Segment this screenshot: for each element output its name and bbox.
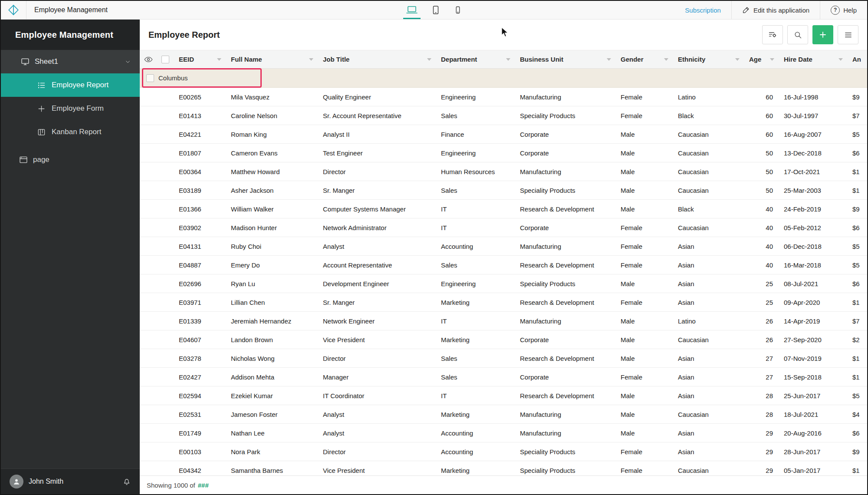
select-all-checkbox[interactable] xyxy=(157,50,174,68)
table-row[interactable]: E04221Roman KingAnalyst IIFinanceCorpora… xyxy=(140,125,867,144)
bell-icon[interactable] xyxy=(122,477,131,486)
cell-ethnicity: Black xyxy=(673,205,744,213)
cell-full-name: Landon Brown xyxy=(226,336,318,343)
sidebar-item-page[interactable]: page xyxy=(1,150,140,170)
search-button[interactable] xyxy=(787,25,808,44)
employee-form-label: Employee Form xyxy=(52,104,104,113)
cell-annual-salary: $1 xyxy=(847,373,867,381)
table-row[interactable]: E01413Caroline NelsonSr. Account Represe… xyxy=(140,106,867,125)
cell-business-unit: Research & Development xyxy=(515,355,615,362)
cell-full-name: Jeremiah Hernandez xyxy=(226,317,318,325)
avatar[interactable] xyxy=(10,475,23,488)
filter-settings-button[interactable] xyxy=(762,25,783,44)
column-header-department[interactable]: Department xyxy=(436,50,515,68)
cell-age: 40 xyxy=(744,205,779,213)
cell-job-title: Director xyxy=(318,168,436,175)
cell-business-unit: Research & Development xyxy=(515,261,615,269)
laptop-view-icon[interactable] xyxy=(406,1,418,19)
cell-ethnicity: Caucasian xyxy=(673,336,744,343)
cell-ethnicity: Caucasian xyxy=(673,411,744,418)
search-icon xyxy=(794,31,802,39)
cell-age: 27 xyxy=(744,355,779,362)
cell-business-unit: Research & Development xyxy=(515,299,615,306)
column-header-hire-date[interactable]: Hire Date xyxy=(779,50,847,68)
group-row-columbus[interactable]: Columbus xyxy=(140,69,867,88)
table-row[interactable]: E00265Mila VasquezQuality EngineerEngine… xyxy=(140,88,867,106)
table-row[interactable]: E03278Nicholas WongDirectorSalesResearch… xyxy=(140,349,867,368)
cell-eeid: E04131 xyxy=(174,243,226,250)
cell-eeid: E01413 xyxy=(174,112,226,119)
group-checkbox[interactable] xyxy=(146,74,154,82)
subscription-link[interactable]: Subscription xyxy=(674,1,731,19)
menu-button[interactable] xyxy=(838,25,858,44)
column-header-annual-salary[interactable]: An xyxy=(847,50,867,68)
table-row[interactable]: E01366William WalkerComputer Systems Man… xyxy=(140,200,867,218)
column-header-ethnicity[interactable]: Ethnicity xyxy=(673,50,744,68)
group-row-label: Columbus xyxy=(158,74,188,82)
table-row[interactable]: E01807Cameron EvansTest EngineerEngineer… xyxy=(140,144,867,162)
cell-ethnicity: Caucasian xyxy=(673,187,744,194)
table-row[interactable]: E00364Matthew HowardDirectorHuman Resour… xyxy=(140,162,867,181)
column-header-eeid[interactable]: EEID xyxy=(174,50,226,68)
column-header-business-unit[interactable]: Business Unit xyxy=(515,50,615,68)
column-header-gender[interactable]: Gender xyxy=(615,50,673,68)
table-row[interactable]: E04131Ruby ChoiAnalystAccountingManufact… xyxy=(140,237,867,256)
cell-department: Sales xyxy=(436,112,515,119)
table-row[interactable]: E01339Jeremiah HernandezNetwork Engineer… xyxy=(140,312,867,330)
sidebar-item-kanban-report[interactable]: Kanban Report xyxy=(1,120,140,144)
phone-view-icon[interactable] xyxy=(454,1,462,19)
sidebar-item-sheet1[interactable]: Sheet1 xyxy=(1,50,140,73)
add-record-button[interactable] xyxy=(812,25,833,44)
cell-business-unit: Manufacturing xyxy=(515,168,615,175)
edit-application-button[interactable]: Edit this application xyxy=(732,1,820,19)
cell-job-title: Director xyxy=(318,448,436,455)
cell-hire-date: 17-Oct-2021 xyxy=(779,168,847,175)
cell-business-unit: Research & Development xyxy=(515,205,615,213)
cell-annual-salary: $5 xyxy=(847,131,867,138)
table-row[interactable]: E04607Landon BrownVice PresidentMarketin… xyxy=(140,330,867,349)
table-row[interactable]: E03902Madison HunterNetwork Administrato… xyxy=(140,218,867,237)
table-row[interactable]: E02696Ryan LuDevelopment EngineerEnginee… xyxy=(140,274,867,293)
cell-department: Sales xyxy=(436,373,515,381)
sidebar-app-title: Employee Management xyxy=(1,20,140,50)
cell-job-title: Quality Engineer xyxy=(318,93,436,101)
cell-ethnicity: Asian xyxy=(673,448,744,455)
cell-job-title: Sr. Manger xyxy=(318,299,436,306)
column-header-full-name[interactable]: Full Name xyxy=(226,50,318,68)
table-row[interactable]: E02594Ezekiel KumarIT CoordinatorITResea… xyxy=(140,386,867,405)
creator-logo-icon[interactable] xyxy=(8,4,19,16)
show-hide-columns-button[interactable] xyxy=(140,50,157,68)
cell-eeid: E03902 xyxy=(174,224,226,231)
cell-annual-salary: $5 xyxy=(847,392,867,399)
sidebar-item-employee-report[interactable]: Employee Report xyxy=(1,73,140,97)
table-row[interactable]: E02427Addison MehtaManagerSalesCorporate… xyxy=(140,368,867,386)
cell-full-name: Roman King xyxy=(226,131,318,138)
column-header-age[interactable]: Age xyxy=(744,50,779,68)
report-header: Employee Report xyxy=(140,20,867,50)
cell-department: Engineering xyxy=(436,149,515,157)
sidebar-item-employee-form[interactable]: Employee Form xyxy=(1,97,140,120)
cell-full-name: Nathan Lee xyxy=(226,429,318,437)
cell-eeid: E01807 xyxy=(174,149,226,157)
table-row[interactable]: E03189Asher JacksonSr. MangerSalesSpecia… xyxy=(140,181,867,200)
table-row[interactable]: E01749Nathan LeeAnalystAccountingManufac… xyxy=(140,424,867,442)
cell-annual-salary: $9 xyxy=(847,205,867,213)
cell-hire-date: 13-Dec-2018 xyxy=(779,149,847,157)
table-row[interactable]: E04342Samantha BarnesVice PresidentMarke… xyxy=(140,461,867,475)
cell-full-name: Asher Jackson xyxy=(226,187,318,194)
cell-ethnicity: Caucasian xyxy=(673,224,744,231)
cell-annual-salary: $5 xyxy=(847,261,867,269)
table-row[interactable]: E04887Emery DoAccount RepresentativeSale… xyxy=(140,256,867,274)
table-row[interactable]: E02531Jameson FosterAnalystMarketingManu… xyxy=(140,405,867,424)
tablet-view-icon[interactable] xyxy=(431,1,441,19)
sort-caret-icon xyxy=(735,58,740,61)
cell-annual-salary: $1 xyxy=(847,168,867,175)
table-row[interactable]: E00103Nora ParkDirectorAccountingSpecial… xyxy=(140,442,867,461)
cell-annual-salary: $9 xyxy=(847,448,867,455)
table-row[interactable]: E03971Lillian ChenSr. MangerMarketingRes… xyxy=(140,293,867,312)
sidebar: Employee Management Sheet1 Employee Repo… xyxy=(1,20,140,494)
help-button[interactable]: ? Help xyxy=(820,1,867,19)
cell-ethnicity: Black xyxy=(673,112,744,119)
sort-caret-icon xyxy=(770,58,774,61)
column-header-job-title[interactable]: Job Title xyxy=(318,50,436,68)
